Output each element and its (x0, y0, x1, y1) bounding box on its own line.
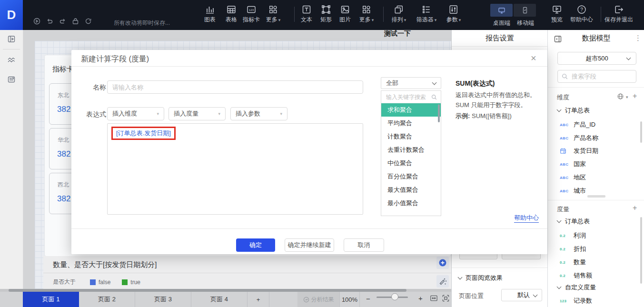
globe-icon[interactable] (617, 93, 624, 100)
field-row[interactable]: ABC 地区 (560, 173, 586, 182)
function-item[interactable]: 平均聚合 (381, 117, 441, 130)
measures-label: 度量 (557, 205, 569, 214)
function-item[interactable]: 计数聚合 (381, 130, 441, 143)
trend-chart-icon[interactable] (7, 56, 16, 64)
tool-arrange[interactable]: 排列▾ (392, 4, 406, 22)
close-icon[interactable]: × (531, 53, 536, 64)
refresh-icon[interactable] (85, 18, 92, 25)
help-center-link[interactable]: 帮助中心 (514, 214, 539, 223)
function-item[interactable]: 求和聚合 (381, 103, 441, 117)
app-logo[interactable]: D (0, 0, 23, 30)
insert-parameter-dropdown[interactable]: 插入参数▾ (230, 107, 287, 120)
analysis-result-button[interactable]: 分析结果 (297, 292, 339, 307)
outline-panel-icon[interactable] (7, 35, 16, 43)
expression-editor[interactable]: [订单总表.发货日期] (107, 123, 363, 215)
preview-button[interactable]: 预览 (551, 4, 563, 22)
confirm-button[interactable]: 确定 (236, 238, 275, 252)
add-page-tab[interactable]: + (248, 292, 269, 307)
kebab-menu-icon[interactable]: ⋮ (634, 34, 642, 42)
desktop-label[interactable]: 桌面端 (493, 19, 510, 27)
function-item[interactable]: 最小值聚合 (381, 197, 441, 210)
tool-filter[interactable]: 筛选器▾ (416, 4, 437, 22)
data-model-title: 数据模型 (548, 34, 644, 43)
field-row[interactable]: ABC 国家 (560, 160, 586, 168)
dims-group-order-table[interactable]: 订单总表 (557, 106, 590, 115)
function-category-select[interactable]: 全部 (381, 77, 441, 89)
kpi-region-label: 东北 (58, 91, 69, 99)
function-search-input[interactable] (385, 93, 429, 101)
abc-field-icon: ABC (560, 136, 570, 140)
page-tab-1[interactable]: 页面 1 (23, 292, 79, 307)
field-search[interactable] (557, 70, 636, 83)
left-sidebar (0, 30, 23, 289)
page-tab-3[interactable]: 页面 3 (135, 292, 191, 307)
measures-group-order-table[interactable]: 订单总表 (557, 217, 590, 226)
field-row[interactable]: ABC 产品_ID (560, 120, 595, 129)
horizontal-scrollbar[interactable] (587, 195, 605, 198)
field-row[interactable]: 0.2 数量 (560, 258, 586, 267)
add-measure-icon[interactable]: + (633, 204, 637, 212)
mobile-label[interactable]: 移动端 (517, 19, 534, 27)
tool-parameter[interactable]: 参数▾ (446, 4, 461, 22)
insert-measure-dropdown[interactable]: 插入度量▾ (168, 107, 226, 120)
save-and-exit-button[interactable]: 保存并退出 (604, 4, 633, 22)
zoom-slider-knob[interactable] (391, 293, 398, 300)
insert-dimension-dropdown[interactable]: 插入维度▾ (107, 107, 164, 120)
zoom-in-icon[interactable]: + (418, 294, 423, 302)
custom-measures-group[interactable]: 自定义度量 (557, 283, 596, 292)
page-tab-2[interactable]: 页面 2 (79, 292, 135, 307)
name-input[interactable] (107, 80, 363, 94)
search-icon (431, 94, 437, 100)
field-row[interactable]: ABC 城市 (560, 187, 586, 195)
field-row[interactable]: 发货日期 (560, 147, 598, 155)
redo-icon[interactable] (59, 18, 66, 25)
caret-down-icon[interactable]: ▾ (626, 95, 628, 99)
kpi-value: 382 (57, 194, 70, 204)
function-item[interactable]: 中位聚合 (381, 157, 441, 170)
play-icon[interactable] (33, 18, 40, 25)
field-row[interactable]: 0.2 销售额 (560, 271, 592, 280)
tool-more-charts[interactable]: 更多▾ (266, 4, 281, 22)
field-row[interactable]: 0.2 利润 (560, 231, 586, 240)
smart-insight-button[interactable] (436, 275, 449, 287)
tool-text[interactable]: 文本 (301, 4, 312, 22)
dataset-select[interactable]: 超市500 (557, 52, 636, 65)
zoom-out-icon[interactable]: − (366, 295, 370, 303)
device-toggle-mobile[interactable] (514, 4, 536, 17)
card-panel-icon[interactable] (7, 75, 16, 84)
tool-chart[interactable]: 图表 (204, 4, 216, 22)
vertical-scrollbar[interactable] (438, 104, 440, 122)
lock-icon[interactable] (72, 18, 79, 25)
tool-more-media[interactable]: 更多▾ (359, 4, 374, 22)
field-row[interactable]: ABC 产品名称 (560, 134, 598, 142)
section-page-view-effect[interactable]: 页面阅览效果 (458, 274, 503, 282)
help-center-button[interactable]: ? 帮助中心 (570, 4, 593, 22)
fit-screen-icon[interactable] (442, 294, 450, 302)
zoom-level: 100% (339, 292, 360, 307)
confirm-and-continue-button[interactable]: 确定并继续新建 (285, 238, 334, 252)
tool-table[interactable]: 表格 (226, 4, 237, 22)
page-position-select[interactable]: 默认 (501, 289, 542, 301)
tool-kpi-card[interactable]: 123 指标卡 (243, 4, 260, 22)
cancel-button[interactable]: 取消 (344, 238, 384, 252)
example-label: 示例: (456, 112, 470, 119)
tool-image[interactable]: 图片 (339, 4, 351, 22)
function-item[interactable]: 最大值聚合 (381, 183, 441, 197)
function-search[interactable] (381, 91, 441, 103)
vertical-scrollbar[interactable] (640, 121, 642, 143)
function-item[interactable]: 去重计数聚合 (381, 143, 441, 157)
page-tab-4[interactable]: 页面 4 (191, 292, 248, 307)
tool-rectangle[interactable]: 矩形 (320, 4, 332, 22)
field-search-input[interactable] (571, 72, 630, 80)
add-widget-button[interactable] (436, 257, 449, 269)
function-item[interactable]: 百分位聚合 (381, 170, 441, 183)
filter-list-icon (421, 4, 432, 15)
field-row[interactable]: 123 记录数 (560, 297, 592, 305)
fit-width-icon[interactable] (430, 294, 438, 302)
undo-icon[interactable] (46, 18, 53, 25)
device-toggle-desktop[interactable] (490, 4, 513, 17)
chart-widget[interactable]: 数量、是否大于[按发货日期划分] 是否大于 false true (43, 256, 451, 289)
add-dimension-icon[interactable]: + (633, 92, 637, 100)
field-row[interactable]: 0.2 折扣 (560, 245, 586, 253)
vertical-scrollbar[interactable] (640, 217, 642, 284)
